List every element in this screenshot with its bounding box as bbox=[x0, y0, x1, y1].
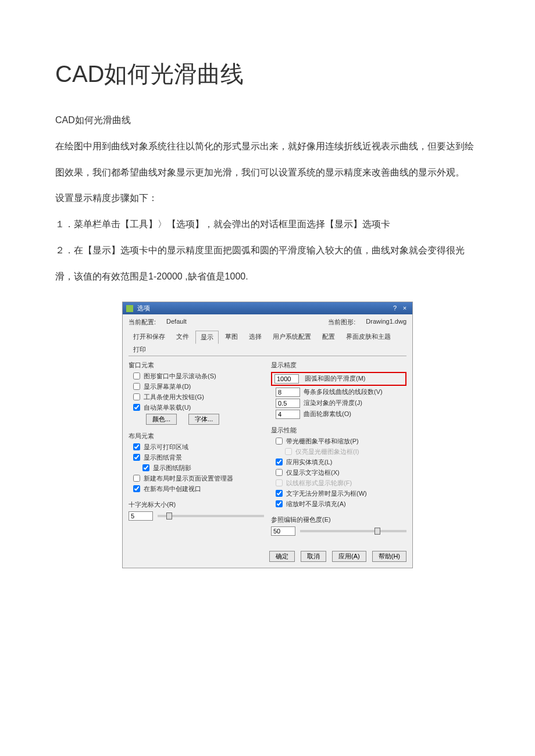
cb-solid-fill-label: 应用实体填充(L) bbox=[286, 458, 332, 467]
display-precision-title: 显示精度 bbox=[271, 361, 406, 370]
render-smoothness-label: 渲染对象的平滑度(J) bbox=[304, 399, 362, 407]
cb-raster-pan-label: 带光栅图象平移和缩放(P) bbox=[286, 437, 359, 446]
current-drawing-label: 当前图形: bbox=[328, 318, 355, 327]
cb-scrollbar[interactable] bbox=[133, 372, 140, 379]
tab-open-save[interactable]: 打开和保存 bbox=[129, 331, 170, 343]
xref-fade-label: 参照编辑的褪色度(E) bbox=[271, 515, 406, 524]
close-icon[interactable]: × bbox=[401, 304, 409, 311]
cb-large-buttons[interactable] bbox=[133, 393, 140, 400]
cb-no-fill-zoom[interactable] bbox=[276, 500, 283, 507]
window-elements-title: 窗口元素 bbox=[129, 361, 264, 370]
crosshair-slider[interactable] bbox=[158, 515, 264, 517]
tab-print[interactable]: 打印 bbox=[129, 343, 151, 356]
layout-elements-title: 布局元素 bbox=[129, 432, 264, 440]
cb-paper-bg-label: 显示图纸背景 bbox=[144, 453, 182, 462]
cb-paper-shadow-label: 显示图纸阴影 bbox=[153, 464, 191, 472]
crosshair-label: 十字光标大小(R) bbox=[129, 500, 264, 509]
cb-auto-menu[interactable] bbox=[133, 404, 140, 411]
cb-no-fill-zoom-label: 缩放时不显示填充(A) bbox=[286, 500, 346, 508]
current-config-label: 当前配置: bbox=[129, 318, 156, 327]
cb-print-area-label: 显示可打印区域 bbox=[144, 443, 188, 452]
tab-skin[interactable]: 界面皮肤和主题 bbox=[341, 331, 395, 343]
paragraph: CAD如何光滑曲线 bbox=[55, 108, 480, 134]
cb-raster-pan[interactable] bbox=[276, 438, 283, 445]
tab-select[interactable]: 选择 bbox=[244, 331, 266, 343]
ok-button[interactable]: 确定 bbox=[269, 551, 295, 562]
cb-wireframe-label: 以线框形式显示轮廓(F) bbox=[286, 479, 352, 488]
cb-print-area[interactable] bbox=[133, 443, 140, 450]
cb-new-viewport[interactable] bbox=[133, 485, 140, 492]
tab-bar: 打开和保存 文件 显示 草图 选择 用户系统配置 配置 界面皮肤和主题 打印 bbox=[129, 330, 406, 356]
cb-auto-menu-label: 自动菜单装载(U) bbox=[144, 403, 191, 412]
xref-fade-input[interactable] bbox=[271, 526, 295, 536]
paragraph: 在绘图中用到曲线对象系统往往以简化的形式显示出来，就好像用连续折线近视表示曲线，… bbox=[55, 134, 480, 186]
paragraph: ２．在【显示】选项卡中的显示精度里面把圆弧和圆的平滑度输入较大的值，曲线对象就会… bbox=[55, 238, 480, 290]
crosshair-input[interactable] bbox=[129, 511, 153, 521]
tab-profile[interactable]: 配置 bbox=[318, 331, 340, 343]
cb-raster-frame bbox=[285, 448, 292, 455]
paragraph: 设置显示精度步骤如下： bbox=[55, 185, 480, 212]
current-config-value: Default bbox=[166, 318, 187, 327]
pline-segments-label: 每条多段线曲线的线段数(V) bbox=[304, 388, 383, 396]
arc-smoothness-label: 圆弧和圆的平滑度(M) bbox=[305, 374, 366, 383]
arc-smoothness-input[interactable] bbox=[274, 374, 299, 384]
app-icon bbox=[126, 305, 133, 312]
cb-paper-bg[interactable] bbox=[133, 454, 140, 461]
cb-solid-fill[interactable] bbox=[276, 458, 283, 465]
cb-screen-menu[interactable] bbox=[133, 383, 140, 390]
tab-display[interactable]: 显示 bbox=[195, 331, 219, 344]
tab-file[interactable]: 文件 bbox=[172, 331, 194, 343]
current-drawing-value: Drawing1.dwg bbox=[366, 318, 406, 327]
pline-segments-input[interactable] bbox=[276, 388, 300, 397]
dialog-title: 选项 bbox=[137, 304, 150, 311]
display-performance-title: 显示性能 bbox=[271, 426, 406, 435]
article-title: CAD如何光滑曲线 bbox=[55, 58, 480, 90]
surface-contour-input[interactable] bbox=[276, 410, 300, 419]
cb-text-box[interactable] bbox=[276, 490, 283, 497]
cb-page-setup[interactable] bbox=[133, 475, 140, 482]
cb-paper-shadow[interactable] bbox=[142, 464, 149, 471]
cb-wireframe bbox=[276, 479, 283, 486]
dialog-titlebar: 选项 ? × bbox=[123, 302, 412, 314]
cb-text-frame-label: 仅显示文字边框(X) bbox=[286, 468, 340, 477]
paragraph: １．菜单栏单击【工具】〉【选项】，就会弹出的对话框里面选择【显示】选项卡 bbox=[55, 212, 480, 238]
render-smoothness-input[interactable] bbox=[276, 399, 300, 408]
help-button[interactable]: 帮助(H) bbox=[372, 551, 406, 562]
arc-smoothness-highlight: 圆弧和圆的平滑度(M) bbox=[271, 372, 406, 386]
cb-screen-menu-label: 显示屏幕菜单(D) bbox=[144, 382, 191, 391]
cb-page-setup-label: 新建布局时显示页面设置管理器 bbox=[144, 474, 233, 483]
options-dialog: 选项 ? × 当前配置: Default 当前图形: Drawing1.dwg … bbox=[122, 302, 413, 568]
color-button[interactable]: 颜色... bbox=[146, 414, 177, 425]
cancel-button[interactable]: 取消 bbox=[301, 551, 326, 562]
help-icon[interactable]: ? bbox=[391, 304, 399, 311]
tab-user-config[interactable]: 用户系统配置 bbox=[268, 331, 316, 343]
font-button[interactable]: 字体... bbox=[188, 414, 219, 425]
cb-raster-frame-label: 仅亮显光栅图象边框(I) bbox=[295, 447, 359, 456]
surface-contour-label: 曲面轮廓素线(O) bbox=[304, 410, 351, 418]
cb-scrollbar-label: 图形窗口中显示滚动条(S) bbox=[144, 372, 216, 381]
cb-large-buttons-label: 工具条使用大按钮(G) bbox=[144, 393, 204, 402]
xref-fade-slider[interactable] bbox=[300, 530, 406, 532]
tab-draft[interactable]: 草图 bbox=[220, 331, 242, 343]
cb-text-frame[interactable] bbox=[276, 469, 283, 476]
cb-new-viewport-label: 在新布局中创建视口 bbox=[144, 485, 201, 493]
apply-button[interactable]: 应用(A) bbox=[332, 551, 366, 562]
cb-text-box-label: 文字无法分辨时显示为框(W) bbox=[286, 489, 367, 498]
